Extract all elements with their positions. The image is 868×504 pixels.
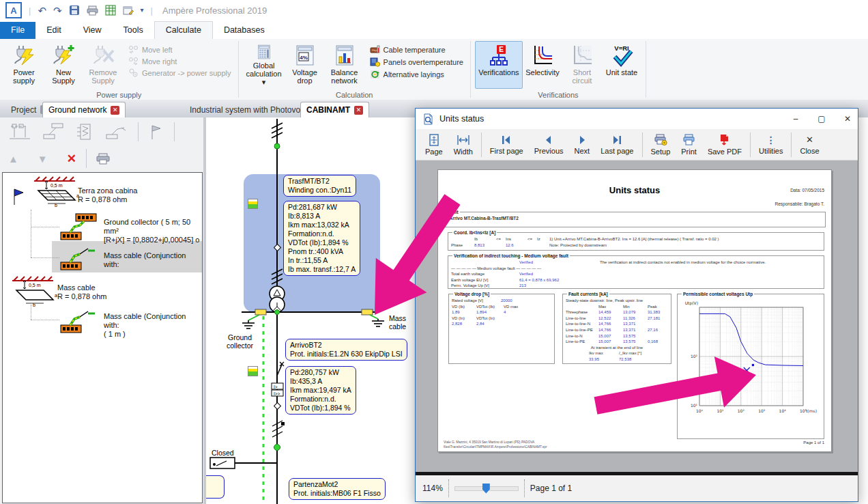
winding-connection: Winding con.:Dyn11 [288,186,351,195]
menu-tab-edit[interactable]: Edit [35,22,72,39]
width-zoom-button[interactable]: Width [448,132,478,158]
print-button[interactable]: Print [676,132,702,158]
ground-grid-tool-icon[interactable] [8,122,33,141]
ground-wire-left [248,315,259,320]
tree-item-mass-cable-conjunction[interactable]: Mass cable (Conjunction with: [104,251,202,269]
tree-item-ground-collector[interactable]: Ground collector ( 5 m; 50 mm² [R+jX] = … [104,218,202,244]
remove-supply-button[interactable]: Remove Supply [83,41,123,89]
redo-icon[interactable]: ↷ [53,5,62,16]
page-zoom-button[interactable]: Page [420,132,448,158]
move-right-button[interactable]: Move right [128,57,231,66]
panels-overtemperature-icon [370,57,380,67]
menu-tab-file[interactable]: File [0,22,35,39]
toolbar-separator [138,122,139,141]
transformer-data-label[interactable]: Pd:281,687 kW Ib:8,813 A Ikm max:13,032 … [283,201,360,276]
tree-item-mass-cable-conjunction-1m[interactable]: Mass cable (Conjunction with: ( 1 m ) [104,312,202,339]
terminal-box-left[interactable] [255,309,266,315]
node-dot[interactable] [274,143,280,149]
alternative-layings-button[interactable]: Alternative layings [370,70,463,79]
menu-tab-tools[interactable]: Tools [113,22,154,39]
print-list-icon[interactable] [96,153,110,165]
close-tab-icon[interactable]: ✕ [111,106,119,115]
verifications-button[interactable]: E Verifications [475,41,523,89]
previous-page-button[interactable]: Previous [529,132,569,157]
button-label: Close [800,147,819,155]
arrivo-bt2-label[interactable]: ArrivoBT2 Prot. initials:E1.2N 630 EkipD… [285,339,407,361]
ground-grid-icon[interactable]: 0,5 m a b [29,176,81,210]
unit-section: Unit +Arrivo MT.Cabina-B-TrasfMT/BT2 [444,210,826,227]
move-left-button[interactable]: Move left [128,45,231,54]
delete-icon[interactable]: ✕ [67,153,76,165]
short-circuit-button[interactable]: Short circuit [562,41,602,89]
undo-icon[interactable]: ↶ [38,5,46,16]
zoom-slider-thumb[interactable] [482,484,490,494]
menu-tab-calculate[interactable]: Calculate [154,21,213,39]
properties-icon[interactable] [123,5,134,16]
new-supply-button[interactable]: New Supply [44,41,83,89]
flag-tool-icon[interactable] [148,123,164,141]
mass-cable-item-icon[interactable] [59,307,98,334]
status-indicator[interactable] [248,366,258,376]
button-label: Next [575,147,590,155]
voltage-drop-button[interactable]: 4% Voltage drop [285,41,325,89]
close-window-icon[interactable]: ✕ [837,111,858,127]
utilities-button[interactable]: ⋮ Utilities [753,132,788,157]
clipped-label-box[interactable] [206,475,225,499]
global-calculation-button[interactable]: Global calculation ▾ [243,41,285,89]
mass-cable-item-icon[interactable] [59,244,98,271]
arrivo-data-label[interactable]: Pd:280,757 kW Ib:435,3 A Ikm max:19,497 … [285,366,356,415]
close-preview-button[interactable]: ✕ Close [794,132,824,157]
move-down-icon[interactable]: ▼ [38,154,48,164]
menu-tab-databases[interactable]: Databases [213,22,276,39]
dialog-status-bar: 114% Page 1 of 1 [416,475,858,501]
ground-collector-tool-icon[interactable] [42,122,66,141]
partenza-mot2-label[interactable]: PartenzaMot2 Prot. initials:MB06 F1 Fiss… [289,478,386,500]
selectivity-button[interactable]: Selectivity [523,41,562,89]
ground-grid-icon[interactable]: 0,5 m a b [7,275,59,309]
next-page-button[interactable]: Next [569,132,596,157]
unit-state-button[interactable]: V=RI Unit state [602,41,641,89]
preview-area[interactable]: Units status Data: 07/05/2015 Responsabi… [416,160,858,472]
last-page-button[interactable]: Last page [595,132,639,157]
ground-collector-item-icon[interactable] [59,212,98,241]
tab-ground-network[interactable]: Ground network ✕ [42,102,126,117]
tab-cabinamt[interactable]: CABINAMT ✕ [300,102,369,117]
generator-to-power-supply-button[interactable]: Generator -> power supply [128,68,231,77]
earth-rod-tool-icon[interactable] [75,122,96,141]
node-diamond[interactable] [274,403,281,410]
transformer-name-label[interactable]: TrasfMT/BT2 Winding con.:Dyn11 [283,175,356,197]
minimize-icon[interactable]: – [785,111,806,127]
close-tab-icon[interactable]: ✕ [354,106,363,115]
tree-item-mass-cable[interactable]: Mass cable R = 0,878 ohm [57,283,106,301]
node-dot[interactable] [275,310,280,315]
dialog-titlebar[interactable]: Units status – ▢ ✕ [416,109,858,129]
setup-button[interactable]: Setup [646,132,676,158]
zoom-slider[interactable] [454,486,519,491]
save-pdf-button[interactable]: Save PDF [702,132,747,158]
power-supply-button[interactable]: Power supply [4,41,44,89]
breaker-symbol[interactable] [277,365,282,376]
quick-access-dropdown-icon[interactable]: ▾ [141,7,144,14]
relay-label: I> [274,384,278,389]
button-label: Move left [142,46,173,54]
move-up-icon[interactable]: ▲ [8,154,18,164]
button-label: Page [425,148,443,156]
mass-cable-tool-icon[interactable] [105,122,128,141]
tree-item-terra-zona-cabina[interactable]: Terra zona cabina R = 0,878 ohm [78,186,137,204]
menu-tab-view[interactable]: View [72,22,113,39]
terminal-box-right[interactable] [362,309,373,315]
value: 61,4 = 0,878 x 69,962 [519,277,559,283]
cable-temperature-button[interactable]: Cable temperature [370,45,463,55]
node-dot[interactable] [274,445,280,451]
dropdown-icon: ▾ [262,78,266,86]
status-indicator[interactable] [248,199,258,209]
panels-overtemperature-button[interactable]: Panels overtemperature [370,57,463,67]
first-page-button[interactable]: First page [484,132,529,157]
calculation-table-icon[interactable] [105,5,116,16]
flag-icon[interactable] [12,188,27,206]
balance-network-button[interactable]: Balance network [325,41,364,89]
print-icon[interactable] [87,5,98,16]
save-icon[interactable] [69,5,80,16]
maximize-icon[interactable]: ▢ [811,111,832,127]
item-length: ( 1 m ) [104,330,202,339]
